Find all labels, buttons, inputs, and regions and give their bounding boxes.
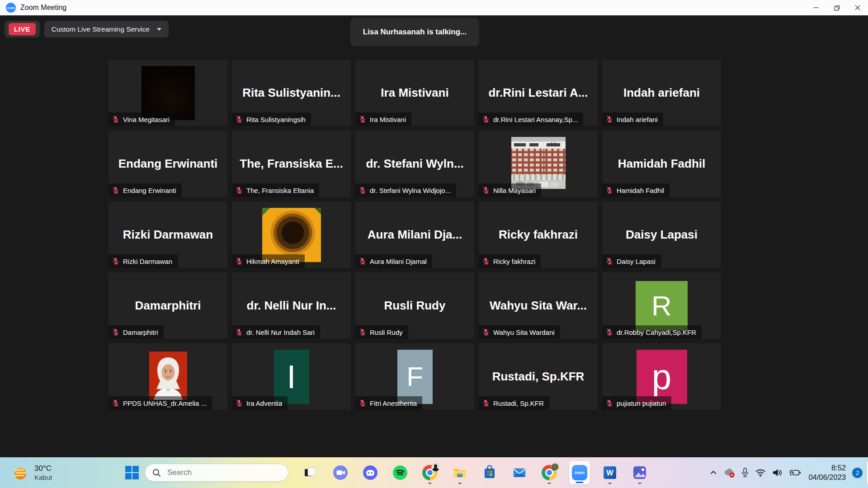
weather-condition: Kabut — [34, 474, 52, 481]
show-desktop-button[interactable] — [866, 462, 868, 483]
mic-muted-icon — [235, 186, 243, 195]
battery-tray-button[interactable] — [788, 467, 802, 478]
participant-tile[interactable]: Endang Erwinanti Endang Erwinanti — [108, 131, 227, 197]
participant-tile[interactable]: Wahyu Sita War... Wahyu Sita Wardani — [479, 272, 598, 339]
participant-label-text: pujiatun pujiatun — [617, 399, 666, 407]
participant-tile[interactable]: Rustadi, Sp.KFR Rustadi, Sp.KFR — [479, 343, 598, 410]
participant-tile[interactable]: Indah ariefani Indah ariefani — [602, 60, 721, 126]
participant-name-label: dr. Nelli Nur Indah Sari — [232, 325, 320, 339]
participant-tile[interactable]: F Fitri Anestherita — [355, 343, 474, 410]
mic-muted-icon — [235, 115, 243, 124]
participant-name-label: Rita Sulistyaningsih — [232, 113, 311, 126]
window-controls — [806, 0, 868, 15]
clock[interactable]: 8:52 04/06/2023 — [808, 463, 846, 483]
window-titlebar: zoom Zoom Meeting — [0, 0, 868, 15]
participant-display-name: Daisy Lapasi — [626, 228, 698, 242]
discord-button[interactable] — [360, 460, 381, 485]
participant-tile[interactable]: dr. Stefani Wyln... dr. Stefani Wylna Wi… — [355, 131, 474, 197]
taskbar-search[interactable] — [145, 464, 288, 482]
participant-label-text: Rizki Darmawan — [123, 258, 172, 265]
participant-tile[interactable]: The, Fransiska E... The, Fransiska Eltan… — [232, 131, 351, 197]
onedrive-tray-button[interactable] — [722, 467, 736, 479]
mic-muted-icon — [482, 328, 490, 337]
mic-muted-icon — [112, 399, 120, 408]
chrome-profile1-button[interactable] — [420, 460, 440, 485]
close-button[interactable] — [847, 0, 868, 15]
participant-label-text: Damarphitri — [123, 328, 158, 336]
participant-tile[interactable]: Rita Sulistyanin... Rita Sulistyaningsih — [232, 60, 351, 126]
participant-tile[interactable]: Aura Milani Dja... Aura Milani Djamal — [355, 202, 474, 268]
restore-button[interactable] — [826, 0, 847, 15]
zoom-app-button[interactable]: zoom — [569, 460, 590, 485]
chrome-icon — [542, 465, 557, 480]
participant-tile[interactable]: Rizki Darmawan Rizki Darmawan — [108, 202, 227, 268]
search-input[interactable] — [166, 468, 263, 478]
participant-label-text: dr. Stefani Wylna Widjojo... — [370, 187, 451, 194]
discord-icon — [363, 465, 378, 480]
word-button[interactable]: W — [599, 460, 620, 485]
chat-app-button[interactable] — [330, 460, 351, 485]
participant-label-text: dr.Robby Cahyadi,Sp.KFR — [617, 328, 696, 336]
sunflower-photo — [262, 208, 321, 262]
participant-tile[interactable]: dr. Nelli Nur In... dr. Nelli Nur Indah … — [232, 272, 351, 339]
notification-count-badge[interactable]: 2 — [852, 468, 863, 478]
task-view-icon — [303, 465, 318, 480]
participant-tile[interactable]: Ira Mistivani Ira Mistivani — [355, 60, 474, 126]
participant-label-text: Aura Milani Djamal — [370, 258, 427, 265]
tray-expand-button[interactable] — [709, 468, 718, 477]
participant-tile[interactable]: Daisy Lapasi Daisy Lapasi — [602, 202, 721, 268]
participant-tile[interactable]: I Ira Adventia — [232, 343, 351, 410]
participant-tile[interactable]: Damarphitri Damarphitri — [108, 272, 227, 339]
file-explorer-button[interactable] — [449, 460, 470, 485]
mic-muted-icon — [112, 257, 120, 266]
participant-label-text: Indah ariefani — [617, 116, 658, 123]
mail-button[interactable] — [509, 460, 530, 485]
participant-display-name: Rustadi, Sp.KFR — [492, 370, 585, 384]
participant-name-label: pujiatun pujiatun — [602, 396, 671, 410]
participant-name-label: Endang Erwinanti — [108, 183, 182, 197]
zoom-app-logo-icon: zoom — [6, 3, 16, 13]
stream-service-dropdown[interactable]: Custom Live Streaming Service — [44, 21, 169, 38]
microsoft-store-button[interactable] — [479, 460, 500, 485]
task-view-button[interactable] — [300, 460, 321, 485]
tray-time: 8:52 — [808, 463, 846, 473]
participant-tile[interactable]: PPDS UNHAS_dr.Amelia ... — [108, 343, 227, 410]
running-indicator — [429, 483, 432, 484]
minimize-button[interactable] — [806, 0, 826, 15]
participant-label-text: Endang Erwinanti — [123, 187, 176, 194]
participant-tile[interactable]: Ricky fakhrazi Ricky fakhrazi — [479, 202, 598, 268]
weather-widget[interactable]: 30°C Kabut — [8, 457, 55, 488]
participant-label-text: Rita Sulistyaningsih — [246, 116, 306, 123]
chevron-down-icon — [157, 28, 161, 31]
participant-tile[interactable]: Hikmah Amayanti — [232, 202, 351, 268]
mic-muted-icon — [482, 399, 490, 408]
start-button[interactable] — [121, 462, 143, 483]
participant-label-text: Rustadi, Sp.KFR — [493, 399, 544, 407]
chrome-profile2-button[interactable] — [539, 460, 560, 485]
microphone-tray-button[interactable] — [740, 466, 750, 479]
participant-display-name: dr. Nelli Nur In... — [247, 299, 336, 313]
spotify-button[interactable] — [390, 460, 410, 485]
participant-tile[interactable]: Nilla Mayasari — [479, 131, 598, 197]
mic-muted-icon — [359, 186, 367, 195]
participant-tile[interactable]: Hamidah Fadhil Hamidah Fadhil — [602, 131, 721, 197]
participant-display-name: Wahyu Sita War... — [490, 299, 587, 313]
windows-logo-icon — [124, 465, 140, 480]
participant-tile[interactable]: Vina Megitasari — [108, 60, 227, 126]
running-indicator — [638, 483, 642, 484]
taskbar-apps: zoom W — [296, 460, 655, 485]
volume-tray-button[interactable] — [771, 467, 783, 478]
talking-toast: Lisa Nurhasanah is talking... — [350, 18, 479, 46]
participant-display-name: dr. Stefani Wyln... — [366, 157, 463, 171]
letter-avatar: p — [637, 350, 687, 404]
participant-name-label: Ira Mistivani — [355, 113, 411, 126]
photos-button[interactable] — [629, 460, 650, 485]
photos-icon — [632, 465, 647, 480]
wifi-tray-button[interactable] — [754, 467, 767, 478]
participant-tile[interactable]: R dr.Robby Cahyadi,Sp.KFR — [602, 272, 721, 339]
participant-tile[interactable]: dr.Rini Lestari A... dr.Rini Lestari Ans… — [479, 60, 598, 126]
participant-tile[interactable]: p pujiatun pujiatun — [602, 343, 721, 410]
participant-tile[interactable]: Rusli Rudy Rusli Rudy — [355, 272, 474, 339]
live-indicator[interactable]: LIVE — [5, 21, 40, 38]
participant-label-text: The, Fransiska Eltania — [246, 187, 314, 194]
